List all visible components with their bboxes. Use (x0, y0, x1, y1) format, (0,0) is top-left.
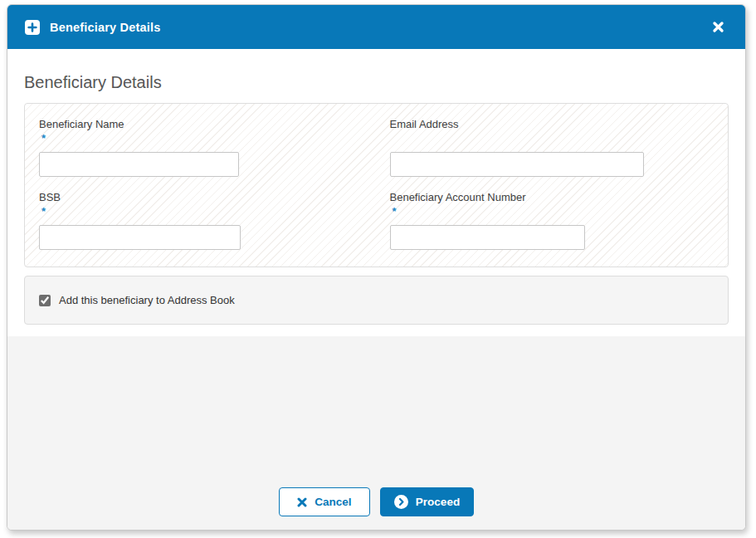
field-bsb: BSB* (39, 191, 377, 250)
beneficiary-form-panel: Beneficiary Name* Email Address BSB* Ben… (24, 103, 729, 267)
email-address-label: Email Address (390, 118, 715, 130)
email-address-input[interactable] (390, 152, 644, 177)
address-book-panel: Add this beneficiary to Address Book (24, 276, 729, 325)
required-asterisk: * (393, 205, 397, 218)
chevron-right-circle-icon (394, 495, 408, 509)
bsb-label: BSB (39, 191, 377, 203)
field-email-address: Email Address (377, 118, 715, 177)
proceed-button-label: Proceed (416, 496, 460, 508)
close-icon[interactable] (708, 17, 728, 37)
field-account-number: Beneficiary Account Number* (377, 191, 715, 250)
modal-footer: Cancel Proceed (7, 336, 745, 530)
address-book-checkbox[interactable] (39, 295, 51, 306)
account-number-label: Beneficiary Account Number (390, 191, 715, 203)
bsb-input[interactable] (39, 225, 241, 250)
modal-body: Beneficiary Details Beneficiary Name* Em… (7, 49, 745, 336)
x-icon (297, 497, 307, 507)
cancel-button[interactable]: Cancel (279, 487, 370, 516)
field-beneficiary-name: Beneficiary Name* (39, 118, 377, 177)
required-asterisk: * (41, 132, 46, 144)
cancel-button-label: Cancel (315, 496, 351, 508)
address-book-label[interactable]: Add this beneficiary to Address Book (59, 294, 235, 306)
section-title: Beneficiary Details (24, 73, 729, 92)
account-number-input[interactable] (390, 225, 585, 250)
beneficiary-details-modal: Beneficiary Details Beneficiary Details … (7, 4, 746, 531)
beneficiary-name-input[interactable] (39, 152, 239, 177)
proceed-button[interactable]: Proceed (380, 487, 474, 516)
modal-title: Beneficiary Details (50, 21, 161, 34)
modal-header: Beneficiary Details (7, 5, 745, 49)
beneficiary-name-label: Beneficiary Name (39, 118, 377, 130)
required-asterisk: * (41, 205, 46, 218)
plus-icon (25, 20, 40, 35)
